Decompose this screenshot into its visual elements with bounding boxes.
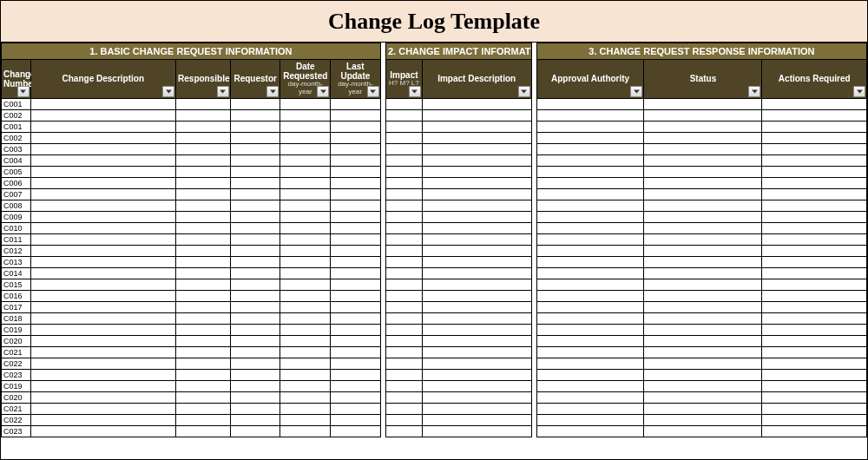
cell[interactable]: [331, 290, 381, 301]
cell[interactable]: [230, 188, 280, 200]
cell[interactable]: [331, 222, 381, 233]
cell[interactable]: [644, 154, 762, 166]
cell[interactable]: [422, 290, 531, 301]
cell[interactable]: [536, 369, 644, 380]
cell[interactable]: [280, 312, 331, 324]
cell[interactable]: [331, 143, 381, 154]
cell[interactable]: [385, 166, 422, 177]
cell[interactable]: [644, 403, 762, 414]
cell[interactable]: [536, 166, 644, 177]
cell[interactable]: [385, 279, 422, 290]
cell[interactable]: [385, 245, 422, 256]
cell[interactable]: [536, 380, 644, 391]
cell[interactable]: [422, 245, 531, 256]
cell[interactable]: [385, 132, 422, 143]
cell[interactable]: [280, 109, 331, 121]
cell[interactable]: [385, 391, 422, 403]
cell[interactable]: [385, 358, 422, 369]
cell[interactable]: [280, 369, 331, 380]
cell[interactable]: [331, 267, 381, 279]
cell[interactable]: [762, 233, 867, 245]
filter-dropdown-icon[interactable]: [266, 86, 279, 97]
cell[interactable]: [644, 188, 762, 200]
cell[interactable]: [762, 154, 867, 166]
cell[interactable]: [536, 335, 644, 346]
cell[interactable]: [536, 403, 644, 414]
cell[interactable]: [536, 301, 644, 312]
cell[interactable]: [331, 233, 381, 245]
cell[interactable]: [30, 391, 176, 403]
cell[interactable]: C020: [2, 335, 31, 346]
cell[interactable]: [385, 256, 422, 267]
cell[interactable]: [644, 143, 762, 154]
cell[interactable]: [30, 403, 176, 414]
cell[interactable]: C005: [2, 166, 31, 177]
cell[interactable]: [280, 358, 331, 369]
cell[interactable]: [536, 98, 644, 109]
cell[interactable]: [536, 211, 644, 222]
cell[interactable]: [422, 312, 531, 324]
cell[interactable]: [331, 403, 381, 414]
cell[interactable]: [385, 369, 422, 380]
cell[interactable]: [30, 154, 176, 166]
cell[interactable]: [230, 358, 280, 369]
cell[interactable]: [536, 256, 644, 267]
cell[interactable]: [331, 279, 381, 290]
cell[interactable]: [30, 267, 176, 279]
cell[interactable]: [230, 403, 280, 414]
cell[interactable]: [644, 132, 762, 143]
cell[interactable]: C009: [2, 211, 31, 222]
cell[interactable]: [176, 166, 231, 177]
cell[interactable]: [230, 414, 280, 425]
cell[interactable]: [644, 200, 762, 211]
cell[interactable]: [644, 312, 762, 324]
cell[interactable]: [762, 132, 867, 143]
cell[interactable]: [422, 380, 531, 391]
cell[interactable]: [331, 346, 381, 358]
cell[interactable]: [762, 414, 867, 425]
cell[interactable]: [280, 267, 331, 279]
cell[interactable]: [762, 245, 867, 256]
cell[interactable]: [536, 290, 644, 301]
cell[interactable]: [331, 358, 381, 369]
cell[interactable]: [176, 312, 231, 324]
cell[interactable]: [30, 121, 176, 132]
cell[interactable]: [762, 380, 867, 391]
cell[interactable]: [230, 324, 280, 335]
cell[interactable]: [30, 279, 176, 290]
cell[interactable]: C018: [2, 312, 31, 324]
cell[interactable]: [762, 188, 867, 200]
cell[interactable]: [422, 267, 531, 279]
cell[interactable]: C019: [2, 380, 31, 391]
cell[interactable]: [644, 222, 762, 233]
cell[interactable]: [762, 166, 867, 177]
cell[interactable]: [30, 301, 176, 312]
cell[interactable]: [176, 177, 231, 188]
cell[interactable]: [644, 290, 762, 301]
cell[interactable]: [331, 166, 381, 177]
cell[interactable]: [385, 267, 422, 279]
cell[interactable]: [230, 121, 280, 132]
cell[interactable]: [280, 414, 331, 425]
cell[interactable]: [176, 346, 231, 358]
cell[interactable]: [644, 414, 762, 425]
cell[interactable]: [385, 301, 422, 312]
cell[interactable]: [762, 121, 867, 132]
cell[interactable]: C020: [2, 391, 31, 403]
cell[interactable]: [644, 121, 762, 132]
cell[interactable]: [536, 222, 644, 233]
cell[interactable]: [30, 177, 176, 188]
cell[interactable]: [280, 245, 331, 256]
cell[interactable]: [30, 188, 176, 200]
cell[interactable]: C004: [2, 154, 31, 166]
cell[interactable]: [762, 346, 867, 358]
cell[interactable]: [762, 177, 867, 188]
cell[interactable]: [762, 98, 867, 109]
cell[interactable]: [30, 414, 176, 425]
cell[interactable]: [644, 109, 762, 121]
cell[interactable]: [536, 245, 644, 256]
cell[interactable]: [331, 391, 381, 403]
cell[interactable]: [280, 425, 331, 437]
cell[interactable]: [536, 279, 644, 290]
cell[interactable]: [280, 121, 331, 132]
